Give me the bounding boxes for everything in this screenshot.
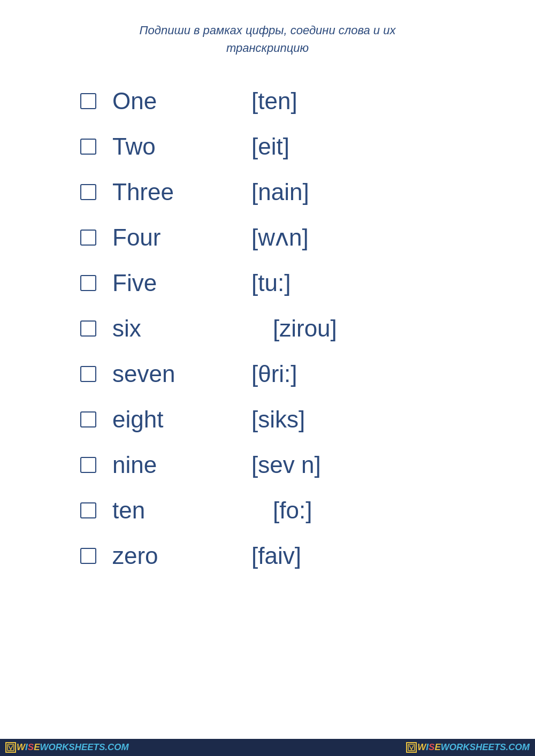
word-label-8: eight	[112, 406, 219, 433]
word-row: Two[eit]	[80, 124, 455, 169]
word-row: six[zirou]	[80, 306, 455, 351]
transcription-6: [zirou]	[273, 315, 337, 342]
checkbox-10[interactable]	[80, 502, 96, 518]
checkbox-5[interactable]	[80, 275, 96, 291]
checkbox-4[interactable]	[80, 230, 96, 246]
transcription-10: [fo:]	[273, 497, 312, 524]
transcription-9: [sev n]	[251, 452, 321, 478]
checkbox-7[interactable]	[80, 366, 96, 382]
checkbox-3[interactable]	[80, 184, 96, 200]
word-row: One[ten]	[80, 78, 455, 124]
word-row: nine[sev n]	[80, 442, 455, 487]
transcription-11: [faiv]	[251, 543, 301, 569]
transcription-7: [θri:]	[251, 361, 297, 387]
checkbox-11[interactable]	[80, 548, 96, 564]
brand-box-icon-right	[406, 742, 417, 753]
checkbox-8[interactable]	[80, 411, 96, 427]
word-label-4: Four	[112, 224, 219, 251]
transcription-2: [eit]	[251, 133, 289, 160]
footer: WISEWORKSHEETS.COM WISEWORKSHEETS.COM	[0, 739, 535, 756]
word-row: zero[faiv]	[80, 533, 455, 578]
transcription-1: [ten]	[251, 88, 297, 114]
word-label-1: One	[112, 88, 219, 114]
transcription-4: [wʌn]	[251, 224, 309, 251]
word-label-5: Five	[112, 270, 219, 296]
word-label-7: seven	[112, 361, 219, 387]
page-container: Подпиши в рамках цифры, соедини слова и …	[0, 0, 535, 739]
word-label-11: zero	[112, 543, 219, 569]
word-label-9: nine	[112, 452, 219, 478]
checkbox-9[interactable]	[80, 457, 96, 473]
word-row: Three[nain]	[80, 169, 455, 215]
transcription-5: [tu:]	[251, 270, 291, 296]
word-label-10: ten	[112, 497, 219, 524]
word-label-3: Three	[112, 179, 219, 205]
footer-brand-right: WISEWORKSHEETS.COM	[406, 742, 530, 753]
checkbox-2[interactable]	[80, 139, 96, 155]
word-row: Four[wʌn]	[80, 215, 455, 260]
word-row: eight[siks]	[80, 396, 455, 442]
checkbox-1[interactable]	[80, 93, 96, 109]
transcription-8: [siks]	[251, 406, 305, 433]
footer-brand-left: WISEWORKSHEETS.COM	[5, 742, 129, 753]
word-label-6: six	[112, 315, 219, 342]
brand-box-icon	[5, 742, 16, 753]
word-list: One[ten]Two[eit]Three[nain]Four[wʌn]Five…	[80, 78, 455, 578]
transcription-3: [nain]	[251, 179, 309, 205]
word-row: seven[θri:]	[80, 351, 455, 396]
footer-brand-text-left: WISEWORKSHEETS.COM	[17, 742, 129, 753]
page-title: Подпиши в рамках цифры, соедини слова и …	[140, 21, 396, 57]
word-row: Five[tu:]	[80, 260, 455, 306]
checkbox-6[interactable]	[80, 320, 96, 337]
footer-brand-text-right: WISEWORKSHEETS.COM	[417, 742, 530, 753]
word-label-2: Two	[112, 133, 219, 160]
word-row: ten[fo:]	[80, 487, 455, 533]
